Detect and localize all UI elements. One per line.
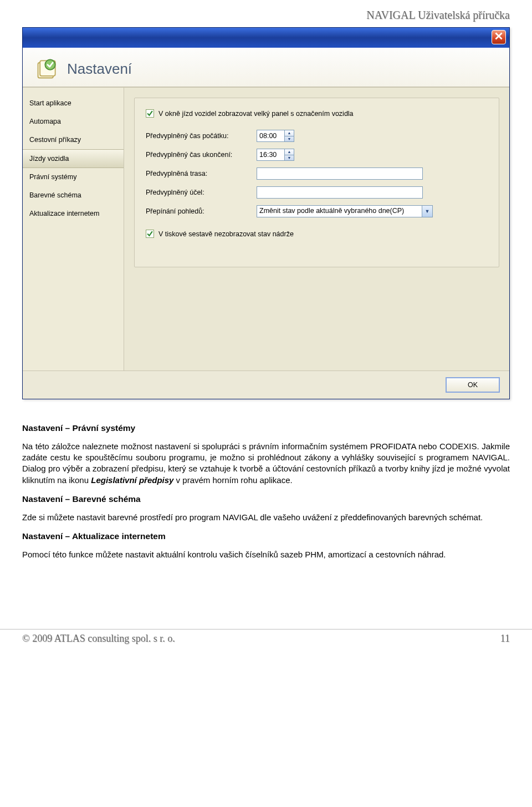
purpose-label: Předvyplněný účel: [146, 189, 251, 196]
route-label: Předvyplněná trasa: [146, 170, 251, 177]
sidebar-item-1[interactable]: Automapa [23, 113, 124, 131]
ok-button[interactable]: OK [446, 378, 499, 392]
dialog-button-bar: OK [23, 370, 509, 399]
purpose-input[interactable] [257, 186, 423, 199]
close-icon [495, 32, 503, 42]
dialog-header: Nastavení [23, 48, 509, 87]
section-heading-update: Nastavení – Aktualizace internetem [22, 531, 510, 542]
sidebar-item-2[interactable]: Cestovní příkazy [23, 131, 124, 149]
dialog-title: Nastavení [67, 60, 132, 78]
start-time-input[interactable] [257, 130, 284, 142]
hide-tank-status-checkbox[interactable] [146, 230, 154, 238]
sidebar-item-4[interactable]: Právní systémy [23, 168, 124, 186]
chevron-down-icon[interactable]: ▼ [422, 205, 433, 217]
settings-icon [35, 57, 59, 81]
start-time-spinner[interactable]: ▲▼ [284, 130, 294, 142]
legislative-link-text: Legislativní předpisy [91, 475, 173, 485]
settings-sidebar: Start aplikaceAutomapaCestovní příkazyJí… [23, 88, 124, 370]
sidebar-item-6[interactable]: Aktualizace internetem [23, 205, 124, 223]
settings-content: V okně jízd vozidel zobrazovat velký pan… [124, 88, 509, 370]
page-header: NAVIGAL Uživatelská příručka [0, 0, 532, 27]
end-time-input[interactable] [257, 149, 284, 161]
section-heading-legal: Nastavení – Právní systémy [22, 423, 510, 434]
footer-page-number: 11 [500, 633, 510, 644]
manual-body: Nastavení – Právní systémy Na této zálož… [0, 399, 532, 573]
sidebar-item-5[interactable]: Barevné schéma [23, 186, 124, 205]
page-footer: © 2009 ATLAS consulting spol. s r. o. 11 [0, 629, 532, 656]
checkbox-label: V okně jízd vozidel zobrazovat velký pan… [158, 110, 354, 118]
checkbox-label: V tiskové sestavě nezobrazovat stav nádr… [158, 230, 294, 238]
svg-point-2 [45, 60, 55, 70]
show-vehicle-panel-checkbox[interactable] [146, 109, 154, 118]
end-time-spinner[interactable]: ▲▼ [284, 149, 294, 161]
sidebar-item-0[interactable]: Start aplikace [23, 94, 124, 113]
sidebar-item-3[interactable]: Jízdy vozidla [23, 149, 124, 168]
settings-dialog: Nastavení Start aplikaceAutomapaCestovní… [22, 27, 510, 399]
paragraph: Pomocí této funkce můžete nastavit aktuá… [22, 549, 510, 560]
switch-views-combo[interactable]: Změnit stav podle aktuálně vybraného dne… [257, 205, 422, 217]
paragraph: Na této záložce naleznete možnost nastav… [22, 441, 510, 486]
start-time-label: Předvyplněný čas počátku: [146, 132, 251, 140]
section-heading-colors: Nastavení – Barevné schéma [22, 494, 510, 505]
form-panel: V okně jízd vozidel zobrazovat velký pan… [134, 98, 499, 267]
route-input[interactable] [257, 168, 423, 180]
paragraph: Zde si můžete nastavit barevné prostředí… [22, 512, 510, 523]
switch-views-label: Přepínání pohledů: [146, 207, 251, 215]
close-button[interactable] [492, 30, 506, 44]
end-time-label: Předvyplněný čas ukončení: [146, 151, 251, 159]
footer-copyright: © 2009 ATLAS consulting spol. s r. o. [22, 633, 175, 644]
titlebar [23, 28, 509, 48]
